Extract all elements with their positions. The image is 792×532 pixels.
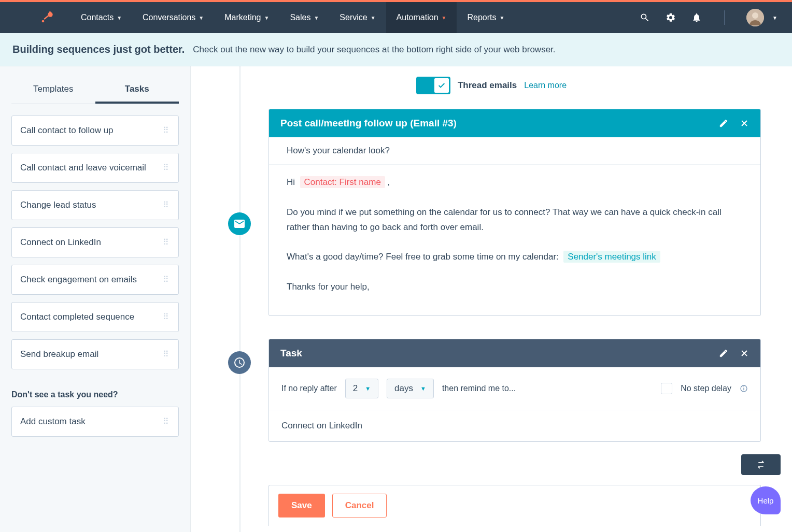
save-button[interactable]: Save — [278, 494, 325, 517]
select-value: days — [394, 383, 413, 394]
drag-handle-icon[interactable]: ⠿ — [163, 166, 170, 169]
tab-templates[interactable]: Templates — [11, 77, 95, 104]
svg-point-0 — [42, 20, 45, 23]
nav-reports[interactable]: Reports▼ — [457, 2, 515, 33]
nav-label: Service — [340, 13, 367, 22]
nav-label: Contacts — [81, 13, 114, 22]
nav-marketing[interactable]: Marketing▼ — [214, 2, 279, 33]
chevron-down-icon: ▼ — [499, 15, 504, 21]
svg-rect-2 — [44, 15, 49, 20]
task-card: Task If no reply after 2▼ days▼ then rem… — [268, 339, 761, 442]
greeting-suffix: , — [388, 177, 390, 187]
task-card-header: Task — [269, 339, 760, 367]
chevron-down-icon: ▼ — [442, 15, 447, 21]
drag-handle-icon[interactable]: ⠿ — [163, 420, 170, 423]
thread-emails-toggle[interactable] — [416, 77, 450, 94]
task-header-label: Task — [280, 348, 302, 359]
no-step-delay-checkbox[interactable] — [661, 383, 672, 394]
nav-label: Automation — [397, 13, 439, 22]
cond-suffix: then remind me to... — [442, 384, 516, 393]
info-banner: Building sequences just got better. Chec… — [0, 33, 792, 66]
nav-utility: ▼ — [639, 9, 777, 26]
task-item[interactable]: Change lead status⠿ — [11, 190, 179, 220]
caret-down-icon: ▼ — [420, 385, 426, 392]
task-item[interactable]: Contact completed sequence⠿ — [11, 302, 179, 332]
task-label: Contact completed sequence — [20, 312, 134, 322]
email-subject-row[interactable]: How's your calendar look? — [269, 137, 760, 165]
email-step-icon — [228, 212, 251, 235]
task-item[interactable]: Call contact to follow up⠿ — [11, 116, 179, 146]
task-label: Connect on LinkedIn — [20, 237, 101, 248]
header-actions — [719, 349, 749, 358]
task-item[interactable]: Check engagement on emails⠿ — [11, 265, 179, 295]
gear-icon[interactable] — [665, 12, 676, 23]
close-icon[interactable] — [740, 349, 749, 358]
nav-service[interactable]: Service▼ — [329, 2, 386, 33]
task-step-icon — [228, 351, 251, 374]
svg-rect-7 — [743, 388, 744, 391]
chevron-down-icon: ▼ — [199, 15, 204, 21]
banner-title: Building sequences just got better. — [12, 44, 185, 55]
task-label: Send breakup email — [20, 349, 98, 360]
nav-automation[interactable]: Automation▼ — [386, 2, 457, 33]
drag-handle-icon[interactable]: ⠿ — [163, 204, 170, 207]
task-title-input[interactable]: Connect on LinkedIn — [269, 410, 760, 441]
learn-more-link[interactable]: Learn more — [524, 81, 567, 90]
task-label: Check engagement on emails — [20, 275, 137, 285]
email-title: Post call/meeting follow up (Email #3) — [280, 118, 457, 129]
task-item[interactable]: Send breakup email⠿ — [11, 339, 179, 369]
cancel-button[interactable]: Cancel — [332, 494, 387, 517]
avatar[interactable] — [746, 9, 764, 26]
drag-handle-icon[interactable]: ⠿ — [163, 353, 170, 356]
email-closing: Thanks for your help, — [287, 280, 743, 295]
help-button[interactable]: Help — [751, 486, 781, 514]
bell-icon[interactable] — [691, 12, 702, 23]
edit-icon[interactable] — [719, 349, 728, 358]
swap-float-button[interactable] — [741, 454, 781, 475]
sidebar-tabs: Templates Tasks — [11, 77, 179, 104]
drag-handle-icon[interactable]: ⠿ — [163, 129, 170, 132]
nav-label: Sales — [290, 13, 310, 22]
drag-handle-icon[interactable]: ⠿ — [163, 315, 170, 319]
delay-unit-select[interactable]: days▼ — [387, 379, 434, 398]
task-label: Change lead status — [20, 200, 96, 210]
sequence-canvas: Thread emails Learn more Post call/meeti… — [191, 66, 792, 532]
check-icon — [437, 81, 446, 90]
footer-actions: Save Cancel — [268, 485, 761, 526]
main-layout: Templates Tasks Call contact to follow u… — [0, 66, 792, 532]
edit-icon[interactable] — [719, 119, 728, 128]
close-icon[interactable] — [740, 119, 749, 128]
chevron-down-icon[interactable]: ▼ — [772, 15, 777, 21]
chevron-down-icon: ▼ — [314, 15, 319, 21]
hubspot-logo[interactable] — [39, 10, 54, 25]
banner-text: Check out the new way to build your sequ… — [193, 45, 555, 55]
nav-contacts[interactable]: Contacts▼ — [70, 2, 132, 33]
drag-handle-icon[interactable]: ⠿ — [163, 241, 170, 244]
cond-prefix: If no reply after — [281, 384, 337, 393]
drag-handle-icon[interactable]: ⠿ — [163, 278, 170, 281]
info-icon[interactable] — [740, 384, 748, 393]
task-label: Call contact to follow up — [20, 125, 114, 136]
task-item[interactable]: Call contact and leave voicemail⠿ — [11, 153, 179, 183]
nav-conversations[interactable]: Conversations▼ — [132, 2, 214, 33]
email-paragraph: Do you mind if we put something on the c… — [287, 205, 743, 235]
task-label: Call contact and leave voicemail — [20, 163, 146, 173]
add-custom-task-button[interactable]: Add custom task⠿ — [11, 407, 179, 437]
nav-sales[interactable]: Sales▼ — [279, 2, 329, 33]
thread-label: Thread emails — [458, 80, 517, 91]
email-body[interactable]: Hi Contact: First name , Do you mind if … — [269, 165, 760, 315]
caret-down-icon: ▼ — [365, 385, 371, 392]
tab-tasks[interactable]: Tasks — [95, 77, 179, 104]
task-condition-row: If no reply after 2▼ days▼ then remind m… — [269, 367, 760, 410]
select-value: 2 — [353, 383, 358, 394]
contact-firstname-token[interactable]: Contact: First name — [300, 176, 385, 188]
greeting-text: Hi — [287, 177, 295, 187]
nav-label: Marketing — [224, 13, 261, 22]
task-item[interactable]: Connect on LinkedIn⠿ — [11, 227, 179, 257]
header-actions — [719, 119, 749, 128]
sidebar-subheading: Don't see a task you need? — [11, 390, 179, 399]
delay-number-select[interactable]: 2▼ — [345, 379, 378, 398]
envelope-icon — [233, 218, 246, 230]
search-icon[interactable] — [639, 12, 650, 23]
meetings-link-token[interactable]: Sender's meetings link — [563, 251, 660, 263]
